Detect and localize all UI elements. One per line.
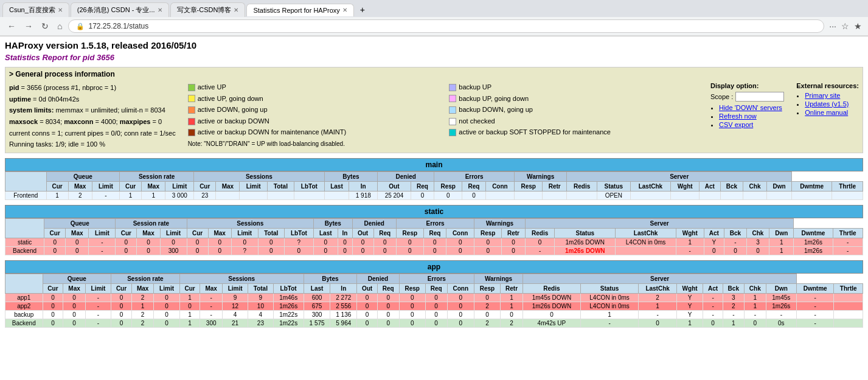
app1-e-req: 0 — [425, 294, 447, 302]
online-manual-link[interactable]: Online manual — [805, 109, 848, 116]
ab-e-conn: 0 — [447, 319, 474, 328]
app-row-app1: app1 00- 020 1-991m46s600 2 2720 00 000 … — [5, 294, 863, 302]
app2-e-resp: 2 — [474, 302, 500, 311]
pocket-icon[interactable]: ☆ — [840, 20, 850, 32]
main-subh-req-denied: Req — [411, 182, 434, 192]
ap-subh-lastchk: LastChk — [639, 284, 676, 294]
main-frontend-d-req: 0 — [411, 192, 434, 200]
st-subh-cur3: Cur — [187, 229, 208, 238]
legend-active-up-going-down: active UP, going down — [188, 94, 437, 105]
st-subh-resp-err: Resp — [474, 229, 502, 238]
app1-w-retr: 1 — [500, 294, 523, 302]
main-subh-lastchk: LastChk — [630, 182, 671, 192]
back-button[interactable]: ← — [5, 20, 18, 32]
more-icon[interactable]: ··· — [828, 20, 838, 32]
app-th-denied: Denied — [357, 274, 400, 284]
ab-dwn: 0s — [766, 319, 796, 328]
tab-haproxy[interactable]: Statistics Report for HAProxy ✕ — [246, 4, 353, 16]
main-frontend-e-req: 0 — [462, 192, 485, 200]
conns-line: current conns = 1; current pipes = 0/0; … — [9, 128, 176, 139]
tab-write[interactable]: 写文章-CSDN博客 ✕ — [170, 2, 246, 17]
tab-csdn[interactable]: (26条消息) CSDN - 专业... ✕ — [71, 2, 169, 17]
main-subh-wght: Wght — [671, 182, 700, 192]
backup-sr-cur: 0 — [111, 311, 132, 319]
main-th-queue: Queue — [46, 172, 120, 182]
legend-maint: active or backup DOWN for maintenance (M… — [188, 127, 437, 138]
sb-thrtle: - — [833, 247, 863, 255]
app1-s-lbtot: 1m46s — [273, 294, 304, 302]
app1-sr-cur: 0 — [111, 294, 132, 302]
main-table: Queue Session rate Sessions Bytes Denied… — [5, 171, 863, 200]
st-subh-bck: Bck — [724, 229, 747, 238]
legend-color-active-down-going-up — [188, 106, 195, 114]
tab-close-write[interactable]: ✕ — [234, 7, 238, 13]
app1-b-in: 2 272 — [330, 294, 357, 302]
ap-subh-status: Status — [580, 284, 639, 294]
legend-color-backup-down-going-up — [449, 106, 456, 114]
s-status: 1m26s DOWN — [555, 238, 616, 247]
main-th-session-rate: Session rate — [120, 172, 194, 182]
tab-close-haproxy[interactable]: ✕ — [342, 7, 347, 13]
refresh-now-link[interactable]: Refresh now — [719, 112, 757, 120]
csv-export-link[interactable]: CSV export — [719, 121, 753, 128]
s-last: 0 — [314, 238, 338, 247]
browser-chrome: Csun_百度搜索 ✕ (26条消息) CSDN - 专业... ✕ 写文章-C… — [0, 0, 868, 36]
new-tab-button[interactable]: + — [355, 2, 370, 17]
s-act: Y — [704, 238, 724, 247]
app2-s-lbtot: 1m26s — [273, 302, 304, 311]
app1-b-out: 0 — [357, 294, 378, 302]
legend-grid: active UP backup UP active UP, going dow… — [188, 82, 698, 138]
refresh-button[interactable]: ↻ — [39, 20, 51, 32]
sb-total: 0 — [258, 247, 284, 255]
main-th-name — [5, 172, 47, 192]
ab-s-max: 300 — [200, 319, 223, 328]
tab-csun[interactable]: Csun_百度搜索 ✕ — [2, 2, 69, 17]
ap-subh-limit2: Limit — [154, 284, 179, 294]
legend-not-checked: not checked — [449, 116, 698, 127]
s-total: 0 — [258, 238, 284, 247]
forward-button[interactable]: → — [22, 20, 35, 32]
tab-label: Csun_百度搜索 — [9, 5, 55, 15]
updates-link[interactable]: Updates (v1.5) — [805, 100, 849, 108]
tab-close-csun[interactable]: ✕ — [58, 7, 63, 13]
primary-site-link[interactable]: Primary site — [805, 92, 840, 99]
main-th-warnings: Warnings — [515, 172, 567, 182]
app2-w-redis: 1m26s DOWN — [523, 302, 580, 311]
sb-max1: 0 — [66, 247, 89, 255]
main-frontend-wght — [671, 192, 700, 200]
hide-down-servers-link[interactable]: Hide 'DOWN' servers — [719, 104, 782, 111]
main-row-frontend: Frontend 1 2 - 1 1 3 000 23 1 918 25 204… — [5, 192, 863, 200]
app1-d-resp: 0 — [399, 294, 425, 302]
sb-cur2: 0 — [116, 247, 137, 255]
backup-s-max: - — [200, 311, 223, 319]
address-bar[interactable]: 🔒 172.25.28.1/status — [68, 19, 824, 33]
backup-w-retr: 0 — [500, 311, 523, 319]
tab-close-csdn[interactable]: ✕ — [158, 7, 162, 13]
backup-b-out: 0 — [357, 311, 378, 319]
s-cur3: 0 — [187, 238, 208, 247]
st-subh-limit1: Limit — [89, 229, 116, 238]
app2-sr-max: 1 — [131, 302, 154, 311]
legend-color-soft-stopped — [449, 129, 456, 136]
ap-subh-chk: Chk — [744, 284, 766, 294]
app2-s-cur: 0 — [179, 302, 200, 311]
ap-subh-conn-err: Conn — [447, 284, 474, 294]
main-subh-out: Out — [378, 182, 411, 192]
static-backend-name: Backend — [5, 247, 44, 255]
app2-lastchk: 1 — [639, 302, 676, 311]
s-max2: 0 — [137, 238, 160, 247]
app2-thrtle — [834, 302, 863, 311]
app1-status: L4CON in 0ms — [580, 294, 639, 302]
main-frontend-s-total — [267, 192, 294, 200]
scope-input[interactable] — [735, 92, 784, 102]
legend-label-active-down-going-up: active DOWN, going up — [198, 105, 268, 116]
static-th-denied: Denied — [352, 219, 396, 229]
main-frontend-b-in: 1 918 — [349, 192, 378, 200]
app2-q-limit: - — [85, 302, 111, 311]
st-subh-chk: Chk — [746, 229, 769, 238]
star-icon[interactable]: ★ — [853, 20, 863, 32]
st-subh-wght: Wght — [676, 229, 704, 238]
legend-active-up: active UP — [188, 82, 437, 93]
st-subh-last: Last — [314, 229, 338, 238]
home-button[interactable]: ⌂ — [55, 20, 64, 32]
